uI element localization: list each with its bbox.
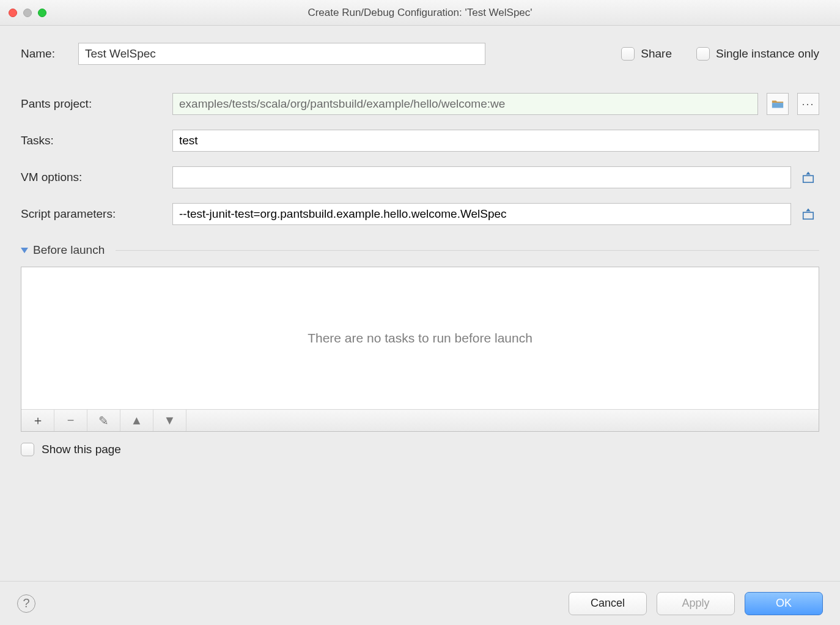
ellipsis-icon: ··· [801,98,814,111]
svg-rect-1 [803,212,814,219]
minimize-window-icon [23,9,32,17]
show-this-page-label: Show this page [42,443,121,456]
name-label: Name: [21,47,78,61]
pants-project-label: Pants project: [21,97,172,111]
cancel-button[interactable]: Cancel [569,592,647,615]
section-divider [116,250,819,251]
share-checkbox-group[interactable]: Share [621,47,672,61]
pants-project-field[interactable]: examples/tests/scala/org/pantsbuild/exam… [172,93,758,115]
script-params-input[interactable] [172,203,791,225]
tasks-row: Tasks: [21,130,819,152]
pencil-icon: ✎ [98,413,109,428]
zoom-window-icon[interactable] [38,9,46,17]
plus-icon: ＋ [32,412,44,429]
move-down-button[interactable]: ▼ [153,410,186,431]
before-launch-empty-text: There are no tasks to run before launch [21,267,819,409]
share-label: Share [641,47,672,61]
pants-project-row: Pants project: examples/tests/scala/org/… [21,93,819,115]
browse-folder-button[interactable] [767,93,789,115]
ok-button[interactable]: OK [745,592,823,615]
svg-rect-0 [803,176,814,182]
pants-project-value: examples/tests/scala/org/pantsbuild/exam… [179,97,505,111]
expand-field-icon [801,207,815,221]
script-params-row: Script parameters: [21,203,819,225]
ok-button-label: OK [776,597,792,610]
cancel-button-label: Cancel [591,597,625,610]
vm-options-label: VM options: [21,171,172,184]
before-launch-panel: There are no tasks to run before launch … [21,267,819,432]
minus-icon: − [67,413,75,427]
before-launch-header[interactable]: Before launch [21,243,819,257]
add-task-button[interactable]: ＋ [21,410,54,431]
tasks-label: Tasks: [21,134,172,147]
window-title: Create Run/Debug Configuration: 'Test We… [0,7,840,19]
before-launch-toolbar: ＋ − ✎ ▲ ▼ [21,409,819,431]
arrow-down-icon: ▼ [164,413,176,427]
apply-button[interactable]: Apply [657,592,735,615]
disclosure-triangle-icon [21,248,28,253]
help-button[interactable]: ? [17,594,35,613]
show-this-page-group[interactable]: Show this page [21,443,819,456]
help-icon: ? [23,596,29,610]
name-row: Name: Share Single instance only [21,43,819,65]
titlebar: Create Run/Debug Configuration: 'Test We… [0,0,840,26]
dialog-content: Name: Share Single instance only Pants p… [0,26,840,456]
expand-script-params-button[interactable] [797,203,819,225]
more-options-button[interactable]: ··· [797,93,819,115]
tasks-input[interactable] [172,130,819,152]
window-controls [9,9,46,17]
name-input[interactable] [78,43,485,65]
show-this-page-checkbox[interactable] [21,443,34,456]
single-instance-checkbox-group[interactable]: Single instance only [696,47,819,61]
share-checkbox[interactable] [621,47,635,61]
arrow-up-icon: ▲ [131,413,143,427]
single-instance-checkbox[interactable] [696,47,710,61]
folder-icon [771,97,784,111]
vm-options-input[interactable] [172,166,791,188]
move-up-button[interactable]: ▲ [120,410,153,431]
script-params-label: Script parameters: [21,207,172,221]
before-launch-title: Before launch [33,243,105,257]
edit-task-button[interactable]: ✎ [87,410,120,431]
remove-task-button[interactable]: − [54,410,87,431]
apply-button-label: Apply [682,597,709,610]
close-window-icon[interactable] [9,9,17,17]
expand-field-icon [801,171,815,184]
vm-options-row: VM options: [21,166,819,188]
dialog-footer: ? Cancel Apply OK [0,581,840,625]
expand-vm-options-button[interactable] [797,166,819,188]
single-instance-label: Single instance only [716,47,819,61]
